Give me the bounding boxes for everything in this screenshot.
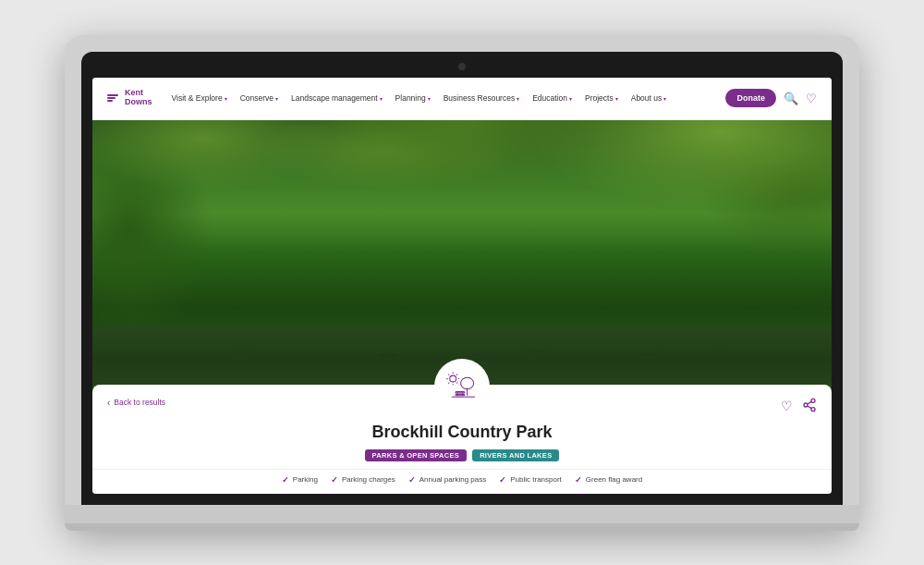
svg-rect-12	[456, 394, 465, 395]
svg-line-6	[456, 382, 457, 383]
tags-section: PARKS & OPEN SPACES RIVERS AND LAKES	[92, 446, 832, 469]
tag-rivers[interactable]: RIVERS AND LAKES	[472, 449, 559, 461]
nav-label-business: Business Resources	[444, 93, 515, 103]
share-icon[interactable]	[802, 398, 817, 415]
check-icon-parking: ✓	[282, 475, 289, 485]
park-icon-circle	[434, 359, 490, 414]
check-icon-annual-pass: ✓	[408, 475, 416, 485]
amenities-section: ✓ Parking ✓ Parking charges ✓ Annual par…	[92, 469, 832, 494]
nav-label-conserve: Conserve	[240, 93, 274, 103]
amenity-parking: ✓ Parking	[282, 475, 318, 485]
logo-text: Kent Downs	[125, 89, 152, 107]
svg-point-16	[811, 399, 815, 402]
card-top: ‹ Back to results	[92, 385, 832, 415]
card-title-section: Brockhill Country Park	[92, 415, 832, 446]
nav-chevron-education: ▾	[569, 95, 572, 102]
nav-item-visit[interactable]: Visit & Explore ▾	[165, 90, 234, 106]
nav-actions: Donate 🔍 ♡	[725, 89, 817, 107]
nav-chevron-about: ▾	[663, 95, 666, 102]
amenity-label-parking-charges: Parking charges	[342, 475, 395, 484]
svg-line-5	[448, 374, 449, 375]
nav-item-conserve[interactable]: Conserve ▾	[234, 90, 285, 106]
heart-icon[interactable]: ♡	[806, 92, 817, 105]
amenity-annual-pass: ✓ Annual parking pass	[408, 475, 487, 485]
search-icon[interactable]: 🔍	[784, 92, 798, 105]
svg-rect-11	[456, 391, 465, 392]
screen-bezel: Kent Downs Visit & Explore ▾ Conserve ▾	[81, 52, 843, 505]
logo-icon	[107, 94, 121, 102]
donate-button[interactable]: Donate	[725, 89, 776, 107]
svg-line-19	[808, 406, 812, 409]
nav-items: Visit & Explore ▾ Conserve ▾ Landscape m…	[165, 90, 721, 106]
logo-downs: Downs	[125, 98, 152, 107]
nav-item-landscape[interactable]: Landscape management ▾	[285, 90, 389, 106]
website: Kent Downs Visit & Explore ▾ Conserve ▾	[92, 78, 832, 494]
laptop-bottom	[65, 523, 859, 531]
nav-item-projects[interactable]: Projects ▾	[578, 90, 625, 106]
amenity-label-parking: Parking	[293, 475, 318, 484]
nav-label-planning: Planning	[395, 93, 426, 103]
back-to-results-link[interactable]: ‹ Back to results	[107, 394, 165, 408]
nav-chevron-visit: ▾	[225, 95, 227, 102]
amenity-label-green-flag: Green flag award	[586, 475, 642, 484]
logo-lines	[107, 94, 118, 102]
logo-line-3	[107, 100, 113, 102]
check-icon-parking-charges: ✓	[331, 475, 338, 485]
amenity-public-transport: ✓ Public transport	[499, 475, 562, 485]
check-icon-green-flag: ✓	[575, 475, 582, 485]
nav-label-landscape: Landscape management	[291, 93, 378, 103]
laptop-base	[65, 505, 859, 523]
svg-point-18	[811, 407, 815, 411]
nav-label-education: Education	[532, 93, 567, 103]
nav-chevron-landscape: ▾	[380, 95, 383, 102]
hero-section: ‹ Back to results	[92, 120, 832, 494]
content-card: ‹ Back to results	[92, 385, 832, 494]
favourite-icon[interactable]: ♡	[781, 399, 793, 413]
amenity-parking-charges: ✓ Parking charges	[331, 475, 395, 485]
logo-line-2	[107, 97, 116, 99]
svg-line-8	[448, 382, 449, 383]
svg-point-17	[804, 403, 808, 407]
svg-line-20	[808, 401, 812, 404]
nav-label-about: About us	[631, 93, 663, 103]
nav-chevron-conserve: ▾	[275, 95, 278, 102]
svg-line-7	[456, 374, 457, 375]
navigation: Kent Downs Visit & Explore ▾ Conserve ▾	[92, 78, 832, 120]
nav-label-visit: Visit & Explore	[172, 93, 223, 103]
amenity-label-public-transport: Public transport	[510, 475, 562, 484]
amenity-green-flag: ✓ Green flag award	[575, 475, 642, 485]
back-chevron-icon: ‹	[107, 398, 110, 408]
card-actions: ♡	[781, 394, 817, 415]
tag-parks[interactable]: PARKS & OPEN SPACES	[365, 449, 468, 461]
camera	[458, 63, 466, 70]
check-icon-public-transport: ✓	[499, 475, 506, 485]
back-label: Back to results	[114, 398, 165, 407]
nav-item-business[interactable]: Business Resources ▾	[437, 90, 526, 106]
laptop-device: Kent Downs Visit & Explore ▾ Conserve ▾	[65, 35, 859, 531]
nav-chevron-planning: ▾	[428, 95, 431, 102]
logo-line-1	[107, 94, 118, 96]
park-icon	[443, 367, 481, 406]
nav-chevron-business: ▾	[517, 95, 519, 102]
nav-chevron-projects: ▾	[615, 95, 618, 102]
nav-item-about[interactable]: About us ▾	[625, 90, 674, 106]
logo[interactable]: Kent Downs	[107, 89, 152, 107]
amenity-label-annual-pass: Annual parking pass	[419, 475, 487, 484]
svg-point-10	[461, 377, 474, 389]
park-name: Brockhill Country Park	[107, 423, 817, 442]
nav-item-planning[interactable]: Planning ▾	[389, 90, 437, 106]
laptop-screen: Kent Downs Visit & Explore ▾ Conserve ▾	[92, 78, 832, 494]
nav-label-projects: Projects	[585, 93, 614, 103]
svg-point-0	[450, 375, 456, 382]
nav-item-education[interactable]: Education ▾	[526, 90, 578, 106]
